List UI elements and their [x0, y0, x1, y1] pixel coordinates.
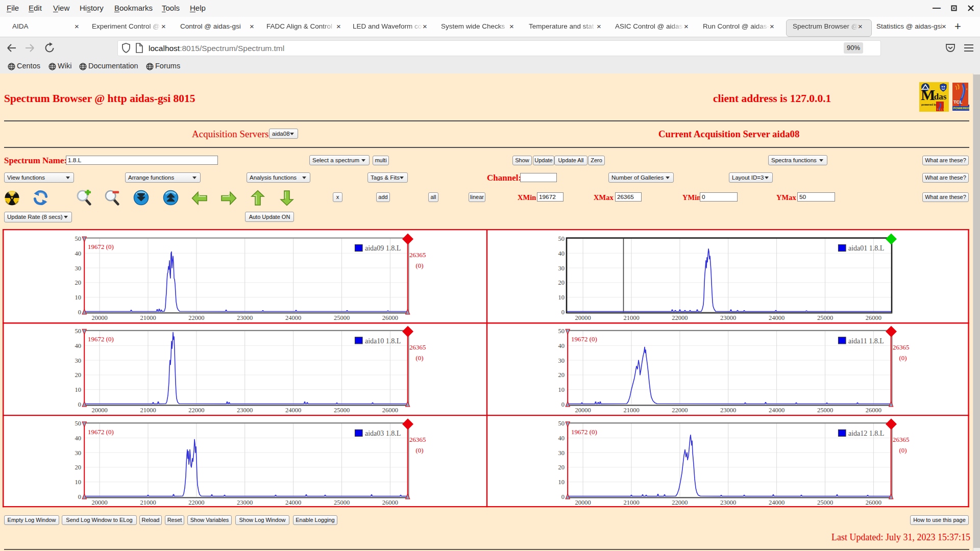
- svg-text:22000: 22000: [672, 499, 688, 506]
- svg-text:22000: 22000: [188, 314, 204, 321]
- svg-text:50: 50: [558, 328, 565, 335]
- svg-text:25000: 25000: [334, 314, 350, 321]
- svg-text:20000: 20000: [91, 407, 107, 414]
- svg-text:20: 20: [75, 464, 82, 471]
- svg-text:26000: 26000: [382, 407, 398, 414]
- svg-text:19672 (0): 19672 (0): [88, 335, 114, 343]
- svg-text:22000: 22000: [672, 314, 688, 321]
- svg-text:40: 40: [75, 342, 82, 349]
- svg-text:aida01 1.8.L: aida01 1.8.L: [848, 244, 884, 252]
- svg-text:21000: 21000: [140, 314, 156, 321]
- svg-text:20: 20: [558, 464, 565, 471]
- svg-text:50: 50: [75, 420, 82, 427]
- svg-text:21000: 21000: [623, 499, 639, 506]
- svg-text:24000: 24000: [285, 314, 301, 321]
- svg-text:26365: 26365: [893, 343, 910, 351]
- svg-text:26365: 26365: [893, 436, 910, 443]
- svg-text:(0): (0): [415, 262, 423, 269]
- svg-text:30: 30: [558, 357, 565, 364]
- svg-text:0: 0: [78, 401, 81, 408]
- svg-text:26000: 26000: [382, 314, 398, 321]
- svg-text:20000: 20000: [91, 499, 107, 506]
- svg-text:aida12 1.8.L: aida12 1.8.L: [848, 430, 884, 437]
- svg-text:30: 30: [75, 357, 82, 364]
- svg-text:T C L T K: T C L T K: [937, 109, 947, 111]
- svg-text:20000: 20000: [91, 314, 107, 321]
- svg-text:22000: 22000: [672, 407, 688, 414]
- svg-text:(0): (0): [415, 446, 423, 454]
- svg-text:30: 30: [75, 265, 82, 272]
- svg-text:24000: 24000: [769, 407, 785, 414]
- svg-text:20: 20: [558, 371, 565, 379]
- svg-text:23000: 23000: [720, 314, 736, 321]
- svg-text:26365: 26365: [409, 343, 426, 351]
- svg-text:0: 0: [78, 493, 81, 500]
- svg-text:20: 20: [558, 279, 565, 286]
- svg-text:0: 0: [561, 493, 565, 500]
- svg-text:30: 30: [75, 449, 82, 457]
- svg-text:20000: 20000: [575, 407, 591, 414]
- svg-text:aida11 1.8.L: aida11 1.8.L: [848, 337, 884, 345]
- svg-text:50: 50: [75, 328, 82, 335]
- svg-text:40: 40: [558, 435, 565, 442]
- svg-text:10: 10: [558, 386, 565, 393]
- svg-text:24000: 24000: [285, 499, 301, 506]
- svg-text:20: 20: [75, 279, 82, 286]
- svg-text:25000: 25000: [817, 499, 833, 506]
- svg-text:50: 50: [558, 235, 565, 242]
- svg-text:25000: 25000: [334, 499, 350, 506]
- svg-text:10: 10: [75, 479, 82, 486]
- svg-text:TCL: TCL: [953, 99, 963, 105]
- svg-text:aida09 1.8.L: aida09 1.8.L: [365, 244, 401, 252]
- svg-text:40: 40: [558, 342, 565, 349]
- svg-text:19672 (0): 19672 (0): [88, 428, 114, 436]
- svg-text:23000: 23000: [720, 407, 736, 414]
- svg-text:aida03 1.8.L: aida03 1.8.L: [365, 430, 401, 437]
- svg-text:30: 30: [558, 449, 565, 457]
- svg-text:powered by: powered by: [921, 103, 938, 106]
- svg-text:50: 50: [75, 235, 82, 242]
- svg-text:30: 30: [558, 265, 565, 272]
- svg-text:10: 10: [558, 479, 565, 486]
- svg-text:20000: 20000: [575, 314, 591, 321]
- svg-text:idas: idas: [932, 92, 947, 102]
- svg-text:26000: 26000: [382, 499, 398, 506]
- svg-text:19672 (0): 19672 (0): [571, 428, 597, 436]
- svg-text:25000: 25000: [334, 407, 350, 414]
- svg-text:21000: 21000: [140, 407, 156, 414]
- svg-text:0: 0: [78, 309, 81, 316]
- svg-text:10: 10: [558, 294, 565, 301]
- svg-text:26000: 26000: [866, 499, 881, 506]
- svg-text:POWERED: POWERED: [953, 106, 970, 110]
- svg-text:0: 0: [561, 401, 565, 408]
- svg-text:26365: 26365: [409, 251, 426, 259]
- svg-text:19672 (0): 19672 (0): [88, 243, 114, 251]
- svg-text:40: 40: [75, 250, 82, 257]
- svg-text:21000: 21000: [140, 499, 156, 506]
- svg-text:25000: 25000: [817, 314, 833, 321]
- svg-text:26000: 26000: [866, 407, 881, 414]
- svg-text:aida10 1.8.L: aida10 1.8.L: [365, 337, 401, 345]
- svg-text:25000: 25000: [817, 407, 833, 414]
- svg-text:24000: 24000: [285, 407, 301, 414]
- svg-text:19672 (0): 19672 (0): [571, 335, 597, 343]
- svg-text:20: 20: [75, 371, 82, 379]
- svg-text:26000: 26000: [866, 314, 881, 321]
- svg-text:24000: 24000: [769, 499, 785, 506]
- svg-text:21000: 21000: [623, 314, 639, 321]
- svg-text:21000: 21000: [623, 407, 639, 414]
- svg-text:26365: 26365: [409, 436, 426, 443]
- svg-text:23000: 23000: [237, 499, 253, 506]
- svg-text:10: 10: [75, 386, 82, 393]
- svg-text:20000: 20000: [575, 499, 591, 506]
- svg-text:23000: 23000: [720, 499, 736, 506]
- svg-text:22000: 22000: [188, 499, 204, 506]
- svg-text:24000: 24000: [769, 314, 785, 321]
- svg-text:10: 10: [75, 294, 82, 301]
- svg-text:22000: 22000: [188, 407, 204, 414]
- svg-text:40: 40: [75, 435, 82, 442]
- svg-text:(0): (0): [899, 446, 906, 454]
- svg-text:23000: 23000: [237, 314, 253, 321]
- svg-text:0: 0: [561, 309, 565, 316]
- svg-text:(0): (0): [899, 354, 906, 362]
